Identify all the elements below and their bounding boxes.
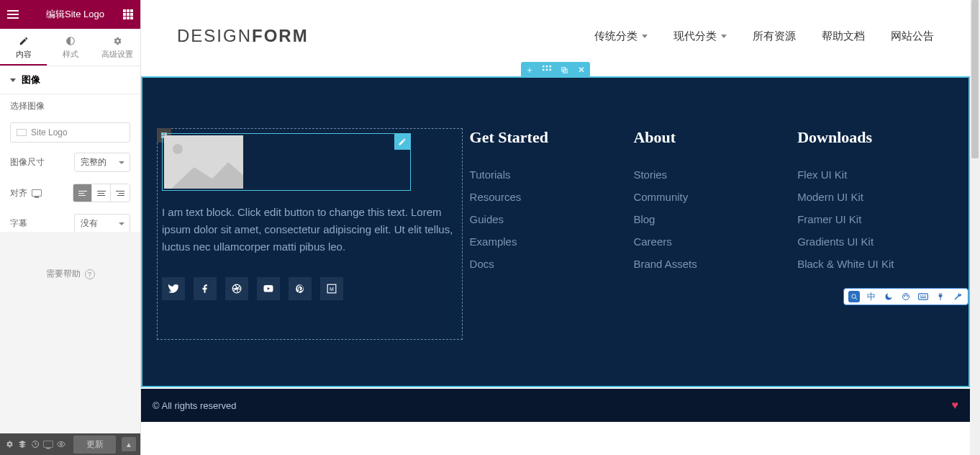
nav-item-0[interactable]: 传统分类 xyxy=(594,30,648,43)
preview-icon[interactable] xyxy=(56,439,66,449)
menu-icon[interactable] xyxy=(7,10,19,19)
responsive-mode-icon[interactable] xyxy=(43,439,53,449)
wrench-icon[interactable] xyxy=(952,291,963,302)
chevron-down-icon xyxy=(642,35,648,38)
footer-link[interactable]: Modern UI Kit xyxy=(797,191,954,203)
duplicate-section-button[interactable] xyxy=(555,62,573,78)
image-size-select[interactable]: 完整的 xyxy=(74,153,130,172)
footer-link[interactable]: Tutorials xyxy=(470,168,627,181)
copyright-text: © All rights reserved xyxy=(153,400,237,411)
update-button[interactable]: 更新 xyxy=(73,436,116,454)
plug-icon[interactable] xyxy=(935,291,946,302)
svg-rect-2 xyxy=(543,66,544,67)
align-right-button[interactable] xyxy=(111,184,130,202)
footer-link[interactable]: Careers xyxy=(633,235,790,248)
footer-link[interactable]: Blog xyxy=(633,213,790,225)
footer-link[interactable]: Guides xyxy=(470,213,627,225)
column-title: Get Started xyxy=(470,128,627,147)
site-logo-widget[interactable] xyxy=(162,133,411,191)
help-link[interactable]: 需要帮助 ? xyxy=(46,268,95,280)
add-section-button[interactable]: ＋ xyxy=(521,62,538,78)
footer-column-about: About Stories Community Blog Careers Bra… xyxy=(633,128,790,386)
medium-icon[interactable]: M xyxy=(320,277,343,300)
nav-item-2[interactable]: 所有资源 xyxy=(753,30,796,43)
youtube-icon[interactable] xyxy=(257,277,280,300)
sidebar-tabs: 内容 样式 高级设置 xyxy=(0,29,140,66)
align-center-button[interactable] xyxy=(92,184,111,202)
svg-text:M: M xyxy=(330,287,334,292)
palette-icon[interactable] xyxy=(900,291,912,302)
footer-link[interactable]: Gradients UI Kit xyxy=(797,235,954,248)
caption-select[interactable]: 没有 xyxy=(74,214,130,232)
tab-advanced[interactable]: 高级设置 xyxy=(94,29,140,66)
edit-widget-button[interactable] xyxy=(394,134,410,150)
footer-link[interactable]: Resources xyxy=(470,191,627,203)
tab-style[interactable]: 样式 xyxy=(47,29,94,66)
footer-link[interactable]: Black & White UI Kit xyxy=(797,258,954,270)
text-block[interactable]: I am text block. Click edit button to ch… xyxy=(162,204,458,256)
tab-content[interactable]: 内容 xyxy=(0,29,47,66)
help-icon: ? xyxy=(85,269,95,279)
keyboard-icon[interactable] xyxy=(917,291,929,302)
navigator-icon[interactable] xyxy=(17,439,27,449)
chevron-down-icon xyxy=(10,78,16,82)
dribbble-icon[interactable] xyxy=(225,277,248,300)
chevron-down-icon xyxy=(721,35,727,38)
svg-point-1 xyxy=(60,443,63,446)
footer-link[interactable]: Community xyxy=(633,191,790,203)
widgets-grid-icon[interactable] xyxy=(123,9,133,19)
footer-link[interactable]: Docs xyxy=(470,258,627,270)
nav-item-3[interactable]: 帮助文档 xyxy=(822,30,865,43)
footer-column-getstarted: Get Started Tutorials Resources Guides E… xyxy=(470,128,627,386)
image-size-row: 图像尺寸 完整的 xyxy=(0,147,140,178)
editor-canvas: DESIGNFORM 传统分类 现代分类 所有资源 帮助文档 网站公告 ＋ ✕ … xyxy=(141,0,970,455)
vertical-scrollbar[interactable] xyxy=(970,0,980,455)
svg-point-17 xyxy=(851,294,856,298)
align-row: 对齐 xyxy=(0,178,140,208)
help-area: 需要帮助 ? xyxy=(0,232,140,433)
facebook-icon[interactable] xyxy=(194,277,217,300)
image-placeholder-icon xyxy=(164,135,243,189)
image-thumb-icon xyxy=(17,129,27,136)
svg-rect-6 xyxy=(546,69,548,71)
nav-item-1[interactable]: 现代分类 xyxy=(673,30,727,43)
heart-icon[interactable]: ♥ xyxy=(952,399,959,412)
svg-rect-22 xyxy=(919,294,928,299)
footer-link[interactable]: Framer UI Kit xyxy=(797,213,954,225)
history-icon[interactable] xyxy=(30,439,40,449)
footer-column-left[interactable]: I am text block. Click edit button to ch… xyxy=(157,128,463,340)
svg-rect-5 xyxy=(543,69,544,71)
site-logo-selector[interactable]: Site Logo xyxy=(10,122,130,143)
twitter-icon[interactable] xyxy=(162,277,185,300)
align-control xyxy=(73,184,130,202)
column-title: About xyxy=(633,128,790,147)
responsive-icon[interactable] xyxy=(32,189,42,197)
inspect-icon[interactable] xyxy=(848,291,860,302)
edit-section-button[interactable] xyxy=(538,62,555,78)
footer-link[interactable]: Brand Assets xyxy=(633,258,790,270)
footer-section[interactable]: I am text block. Click edit button to ch… xyxy=(141,76,970,387)
section-handle: ＋ ✕ xyxy=(521,62,590,78)
settings-icon[interactable] xyxy=(4,439,14,449)
footer-link[interactable]: Examples xyxy=(470,235,627,248)
delete-section-button[interactable]: ✕ xyxy=(573,62,590,78)
dark-mode-icon[interactable] xyxy=(883,291,894,302)
sidebar-footer: 更新 ▲ xyxy=(0,433,140,455)
scrollbar-thumb[interactable] xyxy=(971,0,979,158)
select-image-label: 选择图像 xyxy=(0,94,140,118)
social-icons: M xyxy=(162,277,458,300)
caption-row: 字幕 没有 xyxy=(0,208,140,232)
sidebar-header: 编辑Site Logo xyxy=(0,0,140,29)
pinterest-icon[interactable] xyxy=(289,277,312,300)
footer-link[interactable]: Flex UI Kit xyxy=(797,168,954,181)
svg-rect-4 xyxy=(550,66,551,67)
nav-item-4[interactable]: 网站公告 xyxy=(891,30,934,43)
svg-rect-7 xyxy=(550,69,551,71)
publish-options-button[interactable]: ▲ xyxy=(122,437,136,451)
section-image-toggle[interactable]: 图像 xyxy=(0,66,140,94)
svg-rect-3 xyxy=(546,66,548,67)
svg-point-20 xyxy=(905,294,906,295)
lang-toggle[interactable]: 中 xyxy=(866,291,877,302)
align-left-button[interactable] xyxy=(73,184,92,202)
footer-link[interactable]: Stories xyxy=(633,168,790,181)
